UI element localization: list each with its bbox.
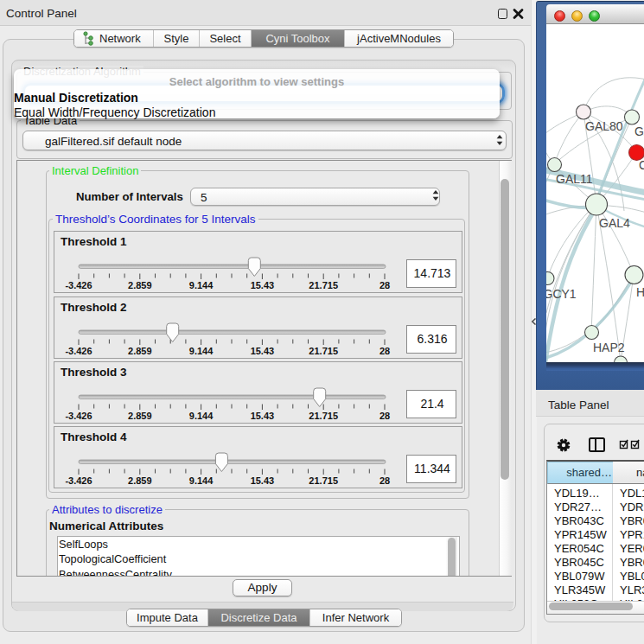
svg-text:-3.426: -3.426 [65,475,92,486]
svg-text:GAL80: GAL80 [585,119,623,133]
svg-text:28: 28 [379,411,390,421]
svg-text:9.144: 9.144 [189,346,214,356]
svg-text:GCY1: GCY1 [546,287,577,301]
svg-text:GAL11: GAL11 [556,172,593,186]
svg-text:2.859: 2.859 [128,411,152,421]
svg-text:28: 28 [379,475,390,486]
svg-text:15.43: 15.43 [251,346,275,356]
svg-text:HAP2: HAP2 [593,341,625,354]
svg-text:21.715: 21.715 [309,280,338,290]
svg-text:HA: HA [636,285,644,299]
svg-text:2.859: 2.859 [128,346,152,356]
svg-text:GA: GA [634,124,644,138]
svg-text:-3.426: -3.426 [65,411,92,421]
svg-text:28: 28 [379,280,390,290]
svg-text:-3.426: -3.426 [65,280,92,290]
svg-text:21.715: 21.715 [309,346,338,356]
svg-text:9.144: 9.144 [189,475,214,486]
svg-text:CO: CO [639,158,644,172]
svg-text:2.859: 2.859 [128,475,152,486]
svg-text:15.43: 15.43 [251,475,275,486]
svg-text:15.43: 15.43 [251,280,275,290]
svg-text:9.144: 9.144 [189,280,214,290]
svg-text:21.715: 21.715 [309,411,338,421]
svg-text:21.715: 21.715 [309,475,338,486]
svg-text:15.43: 15.43 [251,411,275,421]
svg-text:2.859: 2.859 [128,280,152,290]
svg-text:28: 28 [379,346,390,356]
svg-text:GAL4: GAL4 [599,216,630,230]
svg-text:-3.426: -3.426 [65,346,92,356]
svg-text:9.144: 9.144 [189,411,214,421]
